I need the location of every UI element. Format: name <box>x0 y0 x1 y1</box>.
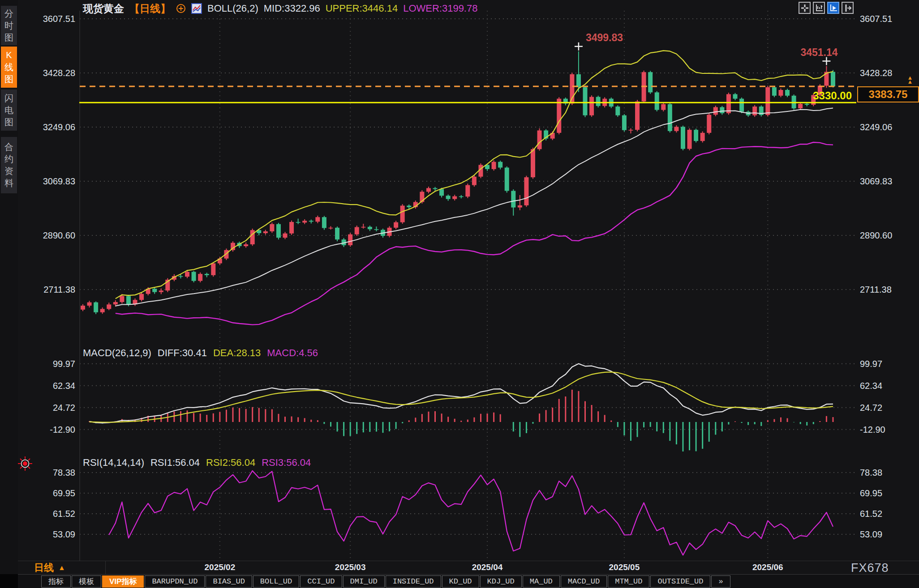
autoplay-button[interactable] <box>827 2 839 14</box>
chart-canvas[interactable] <box>0 0 919 588</box>
y-axis-label: 3607.51 <box>860 13 909 25</box>
bottom-tab-2[interactable]: VIP指标 <box>102 575 144 588</box>
y-axis-label: 3607.51 <box>26 13 75 25</box>
boll-mid-value: MID:3322.96 <box>264 3 320 14</box>
macd-dea-value: DEA:28.13 <box>213 347 261 359</box>
x-axis-label: 2025/03 <box>335 562 366 572</box>
rsi3-value: RSI3:56.04 <box>262 457 311 469</box>
x-axis-label: 2025/02 <box>205 562 236 572</box>
chart-svg <box>0 0 919 588</box>
y-axis-label: 53.09 <box>26 528 75 540</box>
indicator-tab-bar: 指标模板VIP指标BARUPDN_UDBIAS_UDBOLL_UDCCI_UDD… <box>18 574 919 588</box>
y-axis-label: 69.95 <box>26 487 75 499</box>
autoplay-icon <box>829 3 838 13</box>
y-axis-label: 78.38 <box>860 467 909 478</box>
bottom-tab-4[interactable]: BIAS_UD <box>206 575 252 588</box>
x-axis-row: 日线 ▲ FX678 2025/022025/032025/042025/052… <box>18 561 919 575</box>
period-tag: 【日线】 <box>129 2 171 16</box>
y-axis-label: 24.72 <box>860 402 909 413</box>
y-axis-label: 3428.28 <box>26 67 75 79</box>
period-selector[interactable]: 日线 ▲ <box>18 561 106 575</box>
x-axis-label: 2025/06 <box>752 562 783 572</box>
y-axis-label: 61.52 <box>860 508 909 520</box>
y-axis-label: 69.95 <box>860 487 909 499</box>
macd-header: MACD(26,12,9) DIFF:30.41 DEA:28.13 MACD:… <box>83 347 318 359</box>
y-axis-label: 2711.38 <box>26 284 75 295</box>
bottom-tab-11[interactable]: MA_UD <box>523 575 560 588</box>
bottom-tab-3[interactable]: BARUPDN_UD <box>145 575 205 588</box>
x-axis-label: 2025/05 <box>609 562 640 572</box>
bottom-tab-10[interactable]: KDJ_UD <box>480 575 522 588</box>
crosshair-icon <box>800 3 810 13</box>
panel-shift-icon <box>843 3 853 13</box>
bottom-tab-7[interactable]: DMI_UD <box>343 575 385 588</box>
last-price-tag[interactable]: 3383.75 <box>857 86 919 102</box>
bottom-tab-8[interactable]: INSIDE_UD <box>386 575 441 588</box>
y-axis-label: 3428.28 <box>860 67 909 79</box>
y-axis-label: 2890.60 <box>860 230 909 241</box>
sidebar-item-3[interactable]: 合约资料 <box>1 137 17 193</box>
rsi2-value: RSI2:56.04 <box>206 457 255 469</box>
alert-dot-icon[interactable] <box>16 455 34 473</box>
macd-params: MACD(26,12,9) <box>83 347 151 359</box>
kline-chart-icon <box>191 3 202 14</box>
y-axis-label: 61.52 <box>26 508 75 520</box>
bottom-tab-9[interactable]: KD_UD <box>442 575 479 588</box>
y-axis-label: 2890.60 <box>26 230 75 241</box>
bottom-tab-6[interactable]: CCI_UD <box>300 575 342 588</box>
axis-zoom-button[interactable] <box>813 2 825 14</box>
bottom-tab-14[interactable]: OUTSIDE_UD <box>650 575 710 588</box>
bottom-tab-1[interactable]: 模板 <box>72 575 101 588</box>
sidebar-item-0[interactable]: 分时图 <box>1 6 17 45</box>
bottom-tab-15[interactable]: » <box>711 575 730 588</box>
add-overlay-icon[interactable] <box>176 4 186 13</box>
sidebar: 分时图K线图闪电图合约资料 <box>0 0 18 574</box>
tabbar-left-corner <box>0 574 18 588</box>
y-axis-label: 99.97 <box>26 358 75 370</box>
y-axis-label: -12.90 <box>26 424 75 435</box>
y-axis-label: -12.90 <box>860 424 909 435</box>
main-chart-header: 现货黄金 【日线】 BOLL(26,2) MID:3322.96 UPPER:3… <box>83 2 477 15</box>
y-axis-label: 62.34 <box>26 380 75 392</box>
crosshair-button[interactable] <box>799 2 811 14</box>
macd-diff-value: DIFF:30.41 <box>158 347 207 359</box>
app-root: 分时图K线图闪电图合约资料 现货黄金 【日线】 BOLL(26,2) MID:3… <box>0 0 919 588</box>
triangle-up-icon: ▲ <box>58 564 65 572</box>
sidebar-item-2[interactable]: 闪电图 <box>1 89 17 131</box>
rsi-header: RSI(14,14,14) RSI1:56.04 RSI2:56.04 RSI3… <box>83 457 311 469</box>
x-axis-label: 2025/04 <box>472 562 503 572</box>
bottom-tab-5[interactable]: BOLL_UD <box>253 575 299 588</box>
period-label: 日线 <box>34 561 54 575</box>
boll-params: BOLL(26,2) <box>207 3 258 14</box>
y-axis-label: 3069.83 <box>860 175 909 187</box>
boll-upper-value: UPPER:3446.14 <box>326 3 398 14</box>
rsi1-value: RSI1:56.04 <box>150 457 200 469</box>
bottom-tab-13[interactable]: MTM_UD <box>608 575 649 588</box>
hline-price-label: 3330.00 <box>771 89 852 102</box>
y-axis-label: 3069.83 <box>26 175 75 187</box>
y-axis-label: 24.72 <box>26 402 75 413</box>
macd-value: MACD:4.56 <box>267 347 318 359</box>
double-up-arrow-icon: ▲▲ <box>904 76 916 84</box>
y-axis-label: 2711.38 <box>860 284 909 295</box>
panel-shift-button[interactable] <box>842 2 854 14</box>
y-axis-label: 99.97 <box>860 358 909 370</box>
recent-high-label: 3451.14 <box>800 47 837 59</box>
brand-watermark: FX678 <box>851 561 889 575</box>
sidebar-item-1[interactable]: K线图 <box>1 47 17 88</box>
page-title: 现货黄金 <box>83 2 124 16</box>
axis-zoom-icon <box>814 3 824 13</box>
y-axis-label: 3249.06 <box>860 121 909 133</box>
bottom-tab-0[interactable]: 指标 <box>41 575 71 588</box>
bottom-tab-12[interactable]: MACD_UD <box>561 575 607 588</box>
rsi-params: RSI(14,14,14) <box>83 457 144 469</box>
chart-toolbar <box>799 2 854 14</box>
boll-lower-value: LOWER:3199.78 <box>403 3 477 14</box>
swing-high-label: 3499.83 <box>586 32 623 44</box>
y-axis-label: 53.09 <box>860 528 909 540</box>
y-axis-label: 3249.06 <box>26 121 75 133</box>
y-axis-label: 62.34 <box>860 380 909 392</box>
